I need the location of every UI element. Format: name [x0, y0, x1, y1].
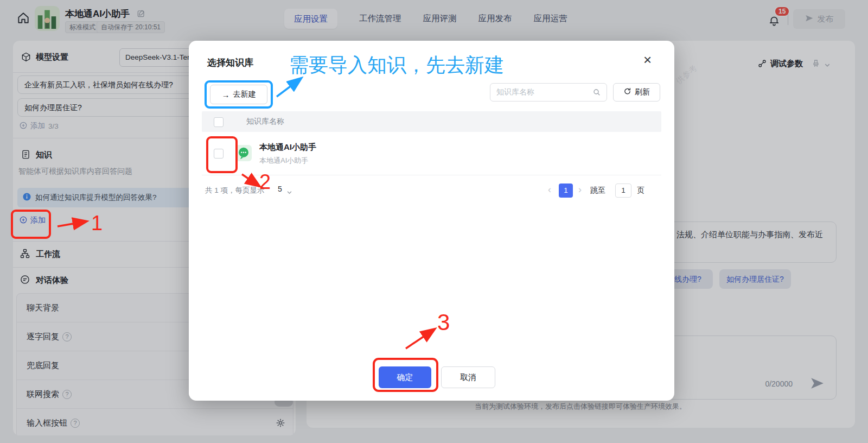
chevron-down-icon	[286, 188, 292, 198]
annotation-note: 需要导入知识，先去新建	[289, 52, 504, 79]
cancel-button[interactable]: 取消	[441, 366, 495, 388]
prev-page-icon[interactable]: ‹	[548, 184, 551, 195]
annotation-blue-box-create	[205, 80, 273, 109]
annotation-step3-number: 3	[437, 309, 450, 336]
next-page-icon[interactable]: ›	[578, 184, 582, 195]
pagination-total: 共 1 项，每页显示	[205, 186, 265, 195]
knowledge-base-icon	[235, 145, 252, 161]
select-all-checkbox[interactable]	[214, 117, 224, 127]
modal-title: 选择知识库	[207, 56, 253, 69]
refresh-button[interactable]: 刷新	[613, 83, 660, 102]
row-title: 本地通AI小助手	[259, 142, 316, 153]
annotation-step2-number: 2	[259, 170, 271, 194]
jump-to-label: 跳至	[590, 186, 605, 195]
table-header-label: 知识库名称	[246, 117, 284, 126]
table-row[interactable]: 本地通AI小助手 本地通AI小助手	[202, 132, 661, 175]
search-input[interactable]: 知识库名称	[490, 83, 607, 102]
row-subtitle: 本地通AI小助手	[259, 156, 308, 166]
app-root: 本地通AI小助手 标准模式 自动保存于 20:10:51 应用设置 工作流管理 …	[0, 0, 868, 443]
page-unit-label: 页	[637, 186, 644, 195]
annotation-red-box-step1	[11, 210, 51, 239]
annotation-red-box-step3	[373, 358, 438, 392]
close-icon[interactable]: ×	[643, 53, 652, 67]
search-icon[interactable]	[592, 88, 601, 99]
annotation-step1-number: 1	[91, 212, 103, 235]
search-placeholder: 知识库名称	[496, 87, 534, 97]
annotation-red-box-step2	[206, 136, 238, 173]
page-size-select[interactable]: 5	[278, 185, 282, 193]
refresh-icon	[623, 87, 631, 97]
jump-to-input[interactable]: 1	[615, 183, 631, 198]
current-page[interactable]: 1	[559, 183, 573, 198]
table-header: 知识库名称	[202, 111, 661, 132]
